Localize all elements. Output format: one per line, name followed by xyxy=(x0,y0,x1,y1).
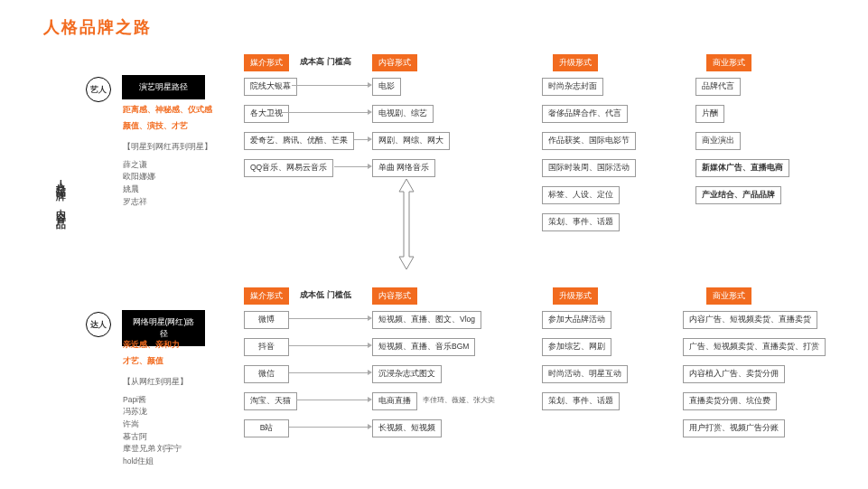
bb0: 内容广告、短视频卖货、直播卖货 xyxy=(683,311,817,329)
hdr-content-bot: 内容形式 xyxy=(372,287,417,305)
tb4: 产业结合、产品品牌 xyxy=(695,186,781,204)
bb2: 内容植入广告、卖货分佣 xyxy=(683,365,785,383)
bc0: 短视频、直播、图文、Vlog xyxy=(372,311,481,329)
bottom-desc: 亲近感、亲和力 才艺、颜值 【从网红到明星】 Papi酱 冯苏泷 许嵩 慕古阿 … xyxy=(123,339,188,467)
top-name-2: 姚晨 xyxy=(123,183,212,196)
bot-desc-o2: 才艺、颜值 xyxy=(123,355,188,368)
tb3: 新媒体广告、直播电商 xyxy=(695,159,789,177)
bb1: 广告、短视频卖货、直播卖货、打赏 xyxy=(683,338,826,356)
bu0: 参加大品牌活动 xyxy=(542,311,611,329)
bc3-note: 李佳琦、薇娅、张大奕 xyxy=(423,395,495,405)
circle-artist: 艺人 xyxy=(86,77,111,102)
bu1: 参加综艺、网剧 xyxy=(542,338,611,356)
bot-name-0: Papi酱 xyxy=(123,394,188,407)
bm4: B站 xyxy=(244,419,289,437)
tu0: 时尚杂志封面 xyxy=(542,78,603,96)
top-desc-gray: 【明星到网红再到明星】 xyxy=(123,141,212,154)
tb0: 品牌代言 xyxy=(695,78,741,96)
cost-low: 成本低 门槛低 xyxy=(300,289,351,301)
hdr-media-top: 媒介形式 xyxy=(244,54,289,71)
tm0: 院线大银幕 xyxy=(244,78,297,96)
tu3: 国际时装周、国际活动 xyxy=(542,159,636,177)
tc0: 电影 xyxy=(372,78,401,96)
bot-name-5: hold住姐 xyxy=(123,456,188,468)
top-desc-o1: 距离感、神秘感、仪式感 xyxy=(123,104,212,117)
bot-name-4: 摩登兄弟 刘宇宁 xyxy=(123,443,188,456)
tu5: 策划、事件、话题 xyxy=(542,213,620,231)
top-name-0: 薛之谦 xyxy=(123,159,212,172)
bm3: 淘宝、天猫 xyxy=(244,392,297,410)
bm0: 微博 xyxy=(244,311,289,329)
tc2: 网剧、网综、网大 xyxy=(372,132,450,150)
tu4: 标签、人设、定位 xyxy=(542,186,620,204)
bot-name-3: 慕古阿 xyxy=(123,431,188,444)
blackbox-star-path: 演艺明星路径 xyxy=(122,75,205,99)
bot-name-2: 许嵩 xyxy=(123,418,188,431)
bb3: 直播卖货分佣、坑位费 xyxy=(683,392,777,410)
bot-desc-o1: 亲近感、亲和力 xyxy=(123,339,188,352)
bot-desc-gray: 【从网红到明星】 xyxy=(123,376,188,389)
top-desc: 距离感、神秘感、仪式感 颜值、演技、才艺 【明星到网红再到明星】 薛之谦 欧阳娜… xyxy=(123,104,212,208)
circle-talent: 达人 xyxy=(86,312,111,337)
hdr-upgrade-top: 升级形式 xyxy=(553,54,598,71)
tc3: 单曲 网络音乐 xyxy=(372,159,435,177)
tc1: 电视剧、综艺 xyxy=(372,105,434,123)
vertical-label: 人格品牌 内容产品 xyxy=(54,172,68,215)
bm1: 抖音 xyxy=(244,338,289,356)
hdr-upgrade-bot: 升级形式 xyxy=(553,287,598,305)
hdr-media-bot: 媒介形式 xyxy=(244,287,289,305)
bb4: 用户打赏、视频广告分账 xyxy=(683,419,785,437)
hdr-biz-top: 商业形式 xyxy=(706,54,751,71)
bc4: 长视频、短视频 xyxy=(372,419,442,437)
hdr-content-top: 内容形式 xyxy=(372,54,417,71)
bc2: 沉浸杂志式图文 xyxy=(372,365,442,383)
bm2: 微信 xyxy=(244,365,289,383)
top-desc-o2: 颜值、演技、才艺 xyxy=(123,120,212,133)
tm3: QQ音乐、网易云音乐 xyxy=(244,159,333,177)
tu1: 奢侈品牌合作、代言 xyxy=(542,105,628,123)
bc3: 电商直播 xyxy=(372,392,417,410)
cost-high: 成本高 门槛高 xyxy=(300,56,351,68)
top-name-3: 罗志祥 xyxy=(123,196,212,209)
double-arrow-icon xyxy=(396,179,417,269)
tm2: 爱奇艺、腾讯、优酷、芒果 xyxy=(244,132,354,150)
page-title: 人格品牌之路 xyxy=(43,16,152,38)
hdr-biz-bot: 商业形式 xyxy=(706,287,751,305)
bu3: 策划、事件、话题 xyxy=(542,392,620,410)
bc1: 短视频、直播、音乐BGM xyxy=(372,338,475,356)
bu2: 时尚活动、明星互动 xyxy=(542,365,628,383)
tb2: 商业演出 xyxy=(695,132,741,150)
tb1: 片酬 xyxy=(695,105,724,123)
top-name-1: 欧阳娜娜 xyxy=(123,171,212,183)
tu2: 作品获奖、国际电影节 xyxy=(542,132,636,150)
bot-name-1: 冯苏泷 xyxy=(123,406,188,418)
tm1: 各大卫视 xyxy=(244,105,289,123)
